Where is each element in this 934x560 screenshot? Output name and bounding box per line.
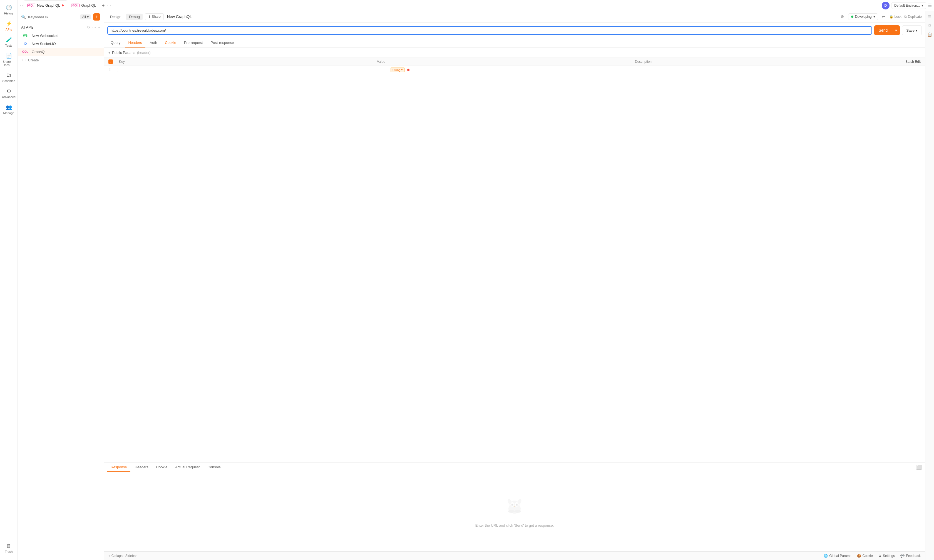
mini-btn-2[interactable]: ⧉ xyxy=(926,22,933,29)
settings-icon: ⚙ xyxy=(879,554,882,558)
cookie-label: Cookie xyxy=(863,554,873,558)
settings-label: Settings xyxy=(883,554,895,558)
sidebar-toggle-icon[interactable]: ☰ xyxy=(928,3,932,8)
sidebar: 🕐 History ⚡ APIs 🧪 Tests 📄 Share Docs 🗂 … xyxy=(0,0,18,560)
duplicate-button[interactable]: ⧉ Duplicate xyxy=(904,15,922,18)
nav-arrows: ‹ › xyxy=(20,3,23,8)
lock-icon: 🔒 xyxy=(889,15,893,18)
settings-icon[interactable]: ⚙ xyxy=(840,13,845,20)
sidebar-item-label: Manage xyxy=(3,111,14,115)
svg-point-12 xyxy=(515,510,521,513)
tab-new-graphql[interactable]: GQL New GraphQL xyxy=(24,0,68,11)
tab-headers[interactable]: Headers xyxy=(125,38,145,48)
check-all-checkbox[interactable]: ✓ xyxy=(108,60,113,64)
tab-more-icon[interactable]: ··· xyxy=(107,3,111,8)
more-icon[interactable]: ⋯ xyxy=(92,25,96,29)
header-actions: ↻ ⋯ ≡ xyxy=(87,25,100,29)
add-api-button[interactable]: + xyxy=(93,13,100,20)
api-item-name: New Websocket xyxy=(32,34,58,38)
api-search-bar: 🔍 All ▾ + xyxy=(18,11,104,23)
sidebar-item-schemas[interactable]: 🗂 Schemas xyxy=(1,70,17,85)
batch-edit-label[interactable]: Batch Edit xyxy=(905,60,921,64)
sidebar-item-label: APIs xyxy=(6,28,12,31)
mini-btn-3[interactable]: 📋 xyxy=(926,31,933,38)
tab-pre-request[interactable]: Pre-request xyxy=(181,38,206,48)
resp-tab-headers[interactable]: Headers xyxy=(131,463,152,472)
tab-auth[interactable]: Auth xyxy=(146,38,161,48)
feedback-button[interactable]: 💬 Feedback xyxy=(900,554,921,558)
sidebar-item-manage[interactable]: 👥 Manage xyxy=(1,102,17,117)
sidebar-item-label: Schemas xyxy=(3,79,15,83)
url-input[interactable] xyxy=(111,28,869,32)
chevron-down-icon: ▾ xyxy=(922,4,923,8)
row-checkbox[interactable] xyxy=(114,68,118,72)
debug-tab[interactable]: Debug xyxy=(126,14,142,20)
type-badge[interactable]: String ▾ xyxy=(391,68,405,72)
filter-badge[interactable]: All ▾ xyxy=(80,14,91,20)
response-body-empty: Enter the URL and click 'Send' to get a … xyxy=(104,472,925,551)
global-params-button[interactable]: 🌐 Global Params xyxy=(824,554,851,558)
send-button[interactable]: Send ▾ xyxy=(874,25,900,35)
resp-tab-response[interactable]: Response xyxy=(107,463,130,472)
sidebar-item-share-docs[interactable]: 📄 Share Docs xyxy=(1,51,17,69)
user-avatar[interactable]: D xyxy=(882,2,889,9)
method-badge-gql: GQL xyxy=(27,4,35,7)
lock-button[interactable]: 🔒 Lock xyxy=(889,15,902,18)
env-area: D Default Environ... ▾ ☰ xyxy=(882,2,932,9)
create-api-button[interactable]: + + Create xyxy=(18,56,104,65)
env-selector-label: Default Environ... xyxy=(894,4,920,8)
tab-cookie[interactable]: Cookie xyxy=(162,38,179,48)
sidebar-item-apis[interactable]: ⚡ APIs xyxy=(1,18,17,33)
api-item-graphql[interactable]: GQL GraphQL xyxy=(18,48,104,56)
sidebar-item-advanced[interactable]: ⚙ Advanced xyxy=(1,86,17,101)
header-check: ✓ xyxy=(108,60,117,64)
api-item-socketio[interactable]: IO New Socket.IO xyxy=(18,40,104,48)
api-item-websocket[interactable]: WS New Websocket xyxy=(18,32,104,40)
collapse-icon[interactable]: ▾ xyxy=(108,51,110,55)
required-star: ✱ xyxy=(407,68,410,72)
nav-back-icon[interactable]: ‹ xyxy=(20,3,21,8)
save-label: Save xyxy=(906,28,914,32)
collapse-sidebar-label: Collapse Sidebar xyxy=(111,554,137,558)
filter-all-label: All xyxy=(82,15,86,19)
env-status-selector[interactable]: Developing ▾ xyxy=(848,13,878,20)
type-chevron-icon: ▾ xyxy=(401,68,403,72)
row-value: String ▾ ✱ xyxy=(391,68,655,72)
nav-forward-icon[interactable]: › xyxy=(22,3,23,8)
cookie-button[interactable]: 🍪 Cookie xyxy=(857,554,873,558)
refresh-icon[interactable]: ↻ xyxy=(87,25,90,29)
expand-icon[interactable]: ⇌ xyxy=(881,13,886,20)
save-button[interactable]: Save ▾ xyxy=(902,25,922,35)
tab-graphql[interactable]: GQL GraphQL xyxy=(68,0,99,11)
settings-button[interactable]: ⚙ Settings xyxy=(879,554,895,558)
tab-post-response[interactable]: Post-response xyxy=(207,38,237,48)
add-tab-button[interactable]: + xyxy=(100,2,107,9)
sidebar-item-tests[interactable]: 🧪 Tests xyxy=(1,34,17,49)
resp-tab-console[interactable]: Console xyxy=(204,463,224,472)
send-arrow-icon[interactable]: ▾ xyxy=(892,25,900,35)
expand-response-btn[interactable]: ⬜ xyxy=(916,465,922,470)
share-docs-icon: 📄 xyxy=(6,53,12,59)
share-button-sm[interactable]: ⬆ Share xyxy=(145,13,164,20)
design-tab[interactable]: Design xyxy=(107,14,124,20)
sidebar-item-trash[interactable]: 🗑 Trash xyxy=(1,541,17,555)
resp-tab-cookie[interactable]: Cookie xyxy=(153,463,171,472)
toolbar-right: ⚙ Developing ▾ ⇌ 🔒 Lock ⧉ Duplicate xyxy=(840,13,922,20)
tab-query[interactable]: Query xyxy=(107,38,124,48)
sidebar-item-label: Share Docs xyxy=(3,60,15,67)
drag-handle-icon[interactable]: ⠿ xyxy=(108,68,111,72)
filter-icon[interactable]: ≡ xyxy=(98,25,100,29)
url-input-wrapper xyxy=(107,26,872,35)
send-label[interactable]: Send xyxy=(874,25,892,35)
chevron-left-icon: « xyxy=(108,554,110,558)
svg-point-11 xyxy=(508,510,515,513)
tab-right-actions: D Default Environ... ▾ ☰ xyxy=(882,2,932,9)
resp-tab-actual-request[interactable]: Actual Request xyxy=(172,463,203,472)
collapse-sidebar-button[interactable]: « Collapse Sidebar xyxy=(108,554,137,558)
main-content: ‹ › GQL New GraphQL GQL GraphQL + ··· D … xyxy=(18,0,934,560)
env-selector[interactable]: Default Environ... ▾ xyxy=(891,2,926,9)
params-table-header: ✓ Key Value Description ··· Batch Edit xyxy=(104,58,925,66)
search-input[interactable] xyxy=(28,15,78,19)
sidebar-item-history[interactable]: 🕐 History xyxy=(1,2,17,17)
mini-btn-1[interactable]: ☰ xyxy=(926,13,933,20)
